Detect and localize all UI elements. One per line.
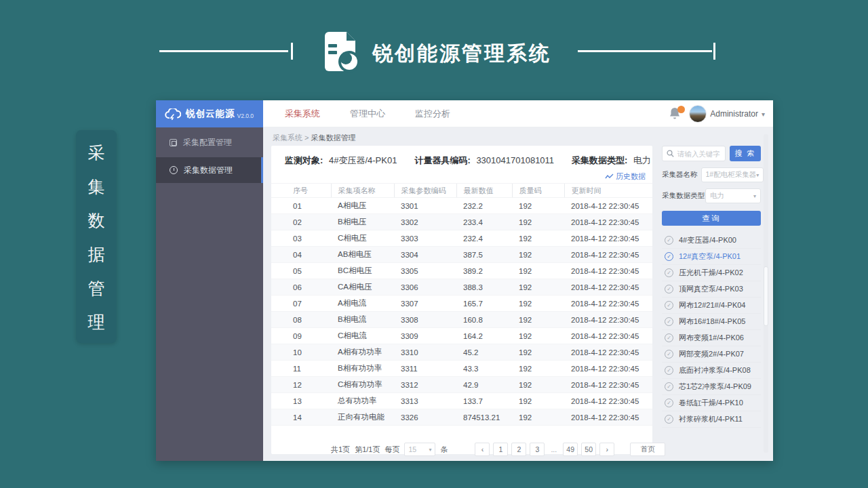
table-cell: A相电流: [331, 296, 394, 312]
table-cell: 192: [512, 263, 564, 279]
search-input[interactable]: [677, 150, 721, 158]
table-row: 05BC相电压3305389.21922018-4-12 22:30:45: [271, 263, 652, 279]
device-list-item[interactable]: ✓衬浆碎浆机/4-PK11: [662, 411, 761, 428]
table-cell: 192: [512, 296, 564, 312]
config-grid-icon: [170, 139, 177, 146]
banner-tick-left: [291, 43, 293, 60]
data-type-select-value: 电力: [710, 191, 724, 201]
sidebar: 采集配置管理采集数据管理: [156, 127, 263, 461]
table-cell: 3311: [394, 361, 456, 377]
check-circle-icon: ✓: [665, 268, 673, 277]
data-table: 序号 采集项名称 采集参数编码 最新数值 质量码 更新时间 01A相电压3301…: [271, 183, 652, 426]
table-row: 01A相电压3301232.21922018-4-12 22:30:45: [271, 198, 652, 214]
collector-name-select[interactable]: 1#配电柜采集器 ▾: [701, 167, 764, 182]
data-table-body: 01A相电压3301232.21922018-4-12 22:30:4502B相…: [271, 198, 652, 426]
meter-code: 计量器具编码: 3301041701081011: [414, 155, 554, 167]
monitor-info-row: 监测对象: 4#变压器/4-PK01 计量器具编码: 3301041701081…: [285, 155, 651, 167]
breadcrumb-parent[interactable]: 采集系统: [273, 134, 302, 142]
table-cell: 2018-4-12 22:30:45: [564, 263, 652, 279]
device-list-item[interactable]: ✓4#变压器/4-PK00: [662, 232, 761, 249]
sidebar-item[interactable]: 采集数据管理: [156, 157, 263, 183]
table-cell: 01: [271, 198, 331, 214]
table-cell: 42.9: [456, 377, 512, 393]
chevron-down-icon: ▾: [429, 447, 431, 453]
collector-field-row: 采集器名称 1#配电柜采集器 ▾: [662, 167, 761, 182]
page-number-button[interactable]: 49: [563, 443, 578, 456]
table-cell: 3310: [394, 344, 456, 361]
table-cell: 2018-4-12 22:30:45: [564, 296, 652, 312]
search-button[interactable]: 搜 索: [730, 146, 761, 161]
nav-item[interactable]: 管理中心: [335, 100, 400, 127]
device-list-item[interactable]: ✓网布变频1#/4-PK06: [662, 330, 761, 346]
check-circle-icon: ✓: [665, 366, 673, 375]
page-buttons: 123...4950: [493, 443, 596, 456]
data-type-select[interactable]: 电力 ▾: [705, 188, 761, 203]
table-cell: A相电压: [331, 198, 394, 214]
device-list-item[interactable]: ✓卷纸缸干燥/4-PK10: [662, 395, 761, 411]
table-cell: 2018-4-12 22:30:45: [564, 312, 652, 328]
table-cell: BC相电压: [331, 263, 394, 279]
device-name: 芯1芯2冲浆泵/4-PK09: [679, 382, 751, 392]
device-list-item[interactable]: ✓网布16#18#/4-PK05: [662, 314, 761, 330]
device-list-item[interactable]: ✓压光机干燥/4-PK02: [662, 265, 761, 281]
search-icon: [667, 150, 674, 157]
table-row: 02B相电压3302233.41922018-4-12 22:30:45: [271, 214, 652, 230]
app-window: 锐创云能源 V2.0.0 采集系统管理中心监控分析 Administrator …: [156, 100, 773, 461]
device-list-item[interactable]: ✓底面衬冲浆泵/4-PK08: [662, 363, 761, 379]
chevron-down-icon: ▾: [756, 172, 759, 178]
device-list-item[interactable]: ✓芯1芯2冲浆泵/4-PK09: [662, 379, 761, 395]
table-cell: 192: [512, 279, 564, 296]
table-cell: 160.8: [456, 312, 512, 328]
query-button[interactable]: 查询: [662, 211, 761, 226]
page-number-button[interactable]: 3: [530, 443, 545, 456]
datatype-field-row: 采集数据类型 电力 ▾: [662, 188, 761, 203]
table-cell: 3313: [394, 393, 456, 409]
col-header-item-name: 采集项名称: [331, 184, 394, 198]
vertical-module-tab: 采集数据管理: [76, 130, 117, 343]
scrollbar-thumb[interactable]: [764, 266, 768, 326]
table-cell: C相有功功率: [331, 377, 394, 393]
sidebar-item-label: 采集数据管理: [184, 165, 233, 176]
data-type-select-label: 采集数据类型: [662, 191, 705, 201]
prev-page-button[interactable]: ‹: [475, 443, 490, 456]
table-cell: 05: [271, 263, 331, 279]
content-area: 采集系统 > 采集数据管理 监测对象: 4#变压器/4-PK01 计量器具编码:…: [263, 127, 773, 461]
next-page-button[interactable]: ›: [599, 443, 614, 456]
notification-bell-icon[interactable]: [669, 107, 682, 121]
data-type-value: 电力: [633, 155, 651, 165]
table-row: 10A相有功功率331045.21922018-4-12 22:30:45: [271, 344, 652, 361]
app-version: V2.0.0: [237, 113, 254, 119]
page-number-button[interactable]: 50: [581, 443, 596, 456]
nav-item[interactable]: 采集系统: [270, 100, 335, 127]
nav-item[interactable]: 监控分析: [400, 100, 465, 127]
table-cell: 192: [512, 230, 564, 247]
page-number-button[interactable]: 1: [493, 443, 508, 456]
device-list-item[interactable]: ✓顶网真空泵/4-PK03: [662, 281, 761, 298]
sidebar-item[interactable]: 采集配置管理: [156, 129, 263, 155]
total-pages-text: 共1页: [331, 445, 350, 455]
user-name: Administrator: [710, 109, 758, 119]
table-cell: 192: [512, 328, 564, 344]
check-circle-icon: ✓: [665, 252, 673, 261]
first-page-button[interactable]: 首页: [630, 443, 665, 456]
device-name: 网布12#21#/4-PK04: [679, 300, 745, 310]
check-circle-icon: ✓: [665, 350, 673, 359]
col-header-quality-code: 质量码: [512, 184, 564, 198]
device-list-item[interactable]: ✓网部变频2#/4-PK07: [662, 346, 761, 363]
user-menu[interactable]: Administrator ▾: [689, 105, 765, 123]
monitor-object-label: 监测对象:: [285, 155, 323, 165]
device-list-item[interactable]: ✓12#真空泵/4-PK01: [662, 249, 761, 265]
page-size-select[interactable]: 15 ▾: [404, 443, 435, 456]
table-cell: 388.3: [456, 279, 512, 296]
table-cell: 192: [512, 409, 564, 426]
breadcrumb-separator: >: [304, 134, 309, 142]
monitor-object-value: 4#变压器/4-PK01: [329, 155, 397, 165]
device-list-item[interactable]: ✓网布12#21#/4-PK04: [662, 298, 761, 314]
table-cell: 12: [271, 377, 331, 393]
history-data-link[interactable]: 历史数据: [605, 171, 646, 182]
table-cell: 正向有功电能: [331, 409, 394, 426]
pagination-info: 共1页 第1/1页 每页 15 ▾ 条: [331, 443, 448, 456]
page-number-button[interactable]: 2: [511, 443, 526, 456]
table-cell: 192: [512, 198, 564, 214]
table-cell: 3305: [394, 263, 456, 279]
